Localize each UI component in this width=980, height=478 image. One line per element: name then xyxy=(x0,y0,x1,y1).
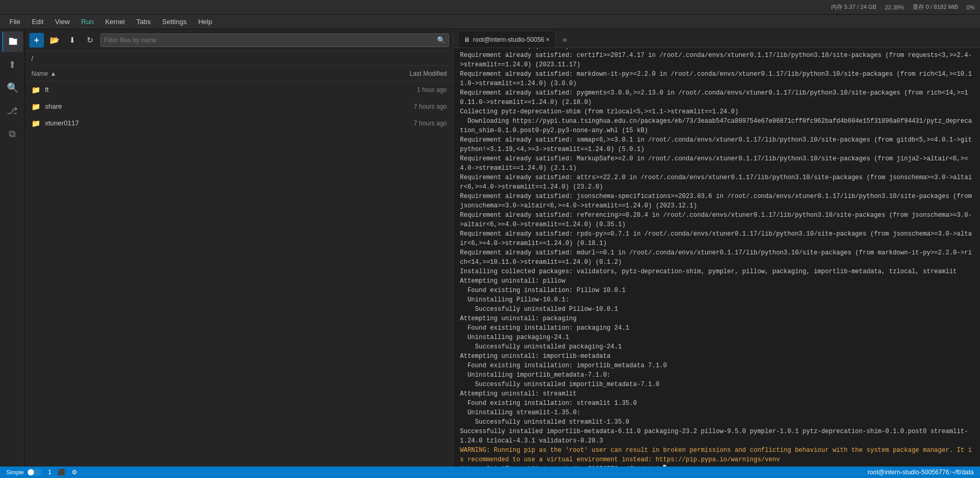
terminal-line: Requirement already satisfied: mdurl~=0.… xyxy=(460,248,974,267)
terminal-line: Requirement already satisfied: smmap<6,>… xyxy=(460,135,974,154)
swap-info: 显存 0 / 8182 MiB xyxy=(913,3,958,11)
sidebar-icon-search[interactable]: 🔍 xyxy=(2,77,23,98)
terminal-line: Collecting pytz-deprecation-shim (from t… xyxy=(460,107,974,116)
terminal-line: Successfully uninstalled Pillow-10.0.1 xyxy=(460,305,974,314)
system-info: 内存 5.37 / 24 GB 22.39% 显存 0 / 8182 MiB 0… xyxy=(831,3,975,11)
terminal-line: Requirement already satisfied: jsonschem… xyxy=(460,192,974,211)
terminal-line: Requirement already satisfied: rpds-py>=… xyxy=(460,229,974,248)
terminal-status-icon: ⬛ xyxy=(57,469,65,476)
new-file-button[interactable]: + xyxy=(29,33,44,48)
add-tab-button[interactable]: + xyxy=(558,33,572,48)
terminal-line: Uninstalling packaging-24.1 xyxy=(460,333,974,342)
file-item-xtuner0117[interactable]: 📁 xtuner0117 7 hours ago xyxy=(25,115,453,132)
file-modified-xtuner0117: 7 hours ago xyxy=(363,120,447,127)
terminal-line: Found existing installation: Pillow 10.0… xyxy=(460,286,974,295)
terminal-line: Requirement already satisfied: referenci… xyxy=(460,211,974,229)
breadcrumb-path: / xyxy=(31,54,33,62)
line-number: 1 xyxy=(48,469,52,476)
right-panel: 🖥 root@intern-studio-50056 × + (from req… xyxy=(454,29,980,478)
file-list-header: Name ▲ Last Modified xyxy=(25,66,453,81)
terminal-line: Requirement already satisfied: markdown-… xyxy=(460,69,974,88)
system-bar: 内存 5.37 / 24 GB 22.39% 显存 0 / 8182 MiB 0… xyxy=(0,0,980,15)
terminal-line: Requirement already satisfied: certifi>=… xyxy=(460,51,974,69)
terminal-content[interactable]: (from requests<3,>=2.4->streamlit==1.24.… xyxy=(454,48,980,478)
memory-info: 内存 5.37 / 24 GB xyxy=(831,3,877,11)
terminal-line: Attempting uninstall: pillow xyxy=(460,276,974,286)
terminal-line: Found existing installation: packaging 2… xyxy=(460,323,974,333)
toggle-track[interactable] xyxy=(27,469,42,476)
sidebar-icon-files[interactable] xyxy=(2,31,23,52)
terminal-line: Requirement already satisfied: pygments<… xyxy=(460,88,974,107)
folder-icon-xtuner0117: 📁 xyxy=(31,119,42,127)
terminal-line: Successfully uninstalled packaging-24.1 xyxy=(460,342,974,352)
terminal-line: Successfully uninstalled streamlit-1.35.… xyxy=(460,417,974,427)
file-item-ft[interactable]: 📁 ft 1 hour ago xyxy=(25,81,453,98)
file-modified-share: 7 hours ago xyxy=(363,103,447,110)
terminal-warning-line: WARNING: Running pip as the 'root' user … xyxy=(460,446,974,464)
simple-toggle[interactable]: Simple xyxy=(6,469,42,476)
main-layout: ⬆ 🔍 ⎇ ⧉ + 📂 ⬇ ↻ 🔍 / Name ▲ Last Mod xyxy=(0,29,980,478)
refresh-button[interactable]: ↻ xyxy=(83,33,97,48)
terminal-line: Attempting uninstall: importlib-metadata xyxy=(460,352,974,361)
terminal-tabs: 🖥 root@intern-studio-50056 × + xyxy=(454,29,980,48)
terminal-tab-main[interactable]: 🖥 root@intern-studio-50056 × xyxy=(458,31,556,48)
terminal-line: Uninstalling Pillow-10.0.1: xyxy=(460,295,974,305)
terminal-line: Uninstalling streamlit-1.35.0: xyxy=(460,408,974,417)
menu-edit[interactable]: Edit xyxy=(27,16,49,27)
status-right: root@intern-studio-50056776:~/ft/data xyxy=(868,469,974,476)
upload-button[interactable]: 📂 xyxy=(47,33,62,48)
menu-view[interactable]: View xyxy=(50,16,75,27)
col-modified-header: Last Modified xyxy=(363,70,447,77)
menu-kernel[interactable]: Kernel xyxy=(100,16,130,27)
tab-title: root@intern-studio-50056 × xyxy=(473,36,550,43)
file-modified-ft: 1 hour ago xyxy=(363,86,447,94)
terminal-line: Successfully installed importlib-metadat… xyxy=(460,427,974,446)
search-icon: 🔍 xyxy=(437,36,445,44)
terminal-line: Successfully uninstalled importlib_metad… xyxy=(460,380,974,389)
sidebar-icon-upload[interactable]: ⬆ xyxy=(2,54,23,75)
status-path: root@intern-studio-50056776:~/ft/data xyxy=(868,469,974,476)
swap-pct: 0% xyxy=(966,4,975,10)
simple-label: Simple xyxy=(6,469,24,475)
download-button[interactable]: ⬇ xyxy=(65,33,79,48)
terminal-line: Found existing installation: streamlit 1… xyxy=(460,399,974,408)
menu-run[interactable]: Run xyxy=(76,16,99,27)
file-toolbar: + 📂 ⬇ ↻ 🔍 xyxy=(25,29,453,51)
file-name-xtuner0117: xtuner0117 xyxy=(45,119,363,127)
folder-icon-share: 📁 xyxy=(31,102,42,111)
menu-settings[interactable]: Settings xyxy=(157,16,192,27)
menu-tabs[interactable]: Tabs xyxy=(131,16,156,27)
terminal-line: Downloading https://pypi.tuna.tsinghua.e… xyxy=(460,116,974,135)
sort-icon: ▲ xyxy=(50,70,56,77)
terminal-line: Found existing installation: importlib_m… xyxy=(460,361,974,370)
menu-bar: File Edit View Run Kernel Tabs Settings … xyxy=(0,15,980,29)
sidebar-icon-extensions[interactable]: ⧉ xyxy=(2,123,23,144)
col-name-header[interactable]: Name ▲ xyxy=(31,70,363,77)
terminal-line: Requirement already satisfied: attrs>=22… xyxy=(460,173,974,192)
menu-file[interactable]: File xyxy=(4,16,26,27)
menu-help[interactable]: Help xyxy=(193,16,217,27)
terminal-line: Attempting uninstall: streamlit xyxy=(460,389,974,399)
terminal-output: (from requests<3,>=2.4->streamlit==1.24.… xyxy=(460,48,974,474)
file-list: 📁 ft 1 hour ago 📁 share 7 hours ago 📁 xt… xyxy=(25,81,453,478)
terminal-line: Installing collected packages: validator… xyxy=(460,267,974,276)
search-box[interactable]: 🔍 xyxy=(100,33,449,47)
search-input[interactable] xyxy=(104,37,435,44)
toggle-thumb xyxy=(28,469,34,475)
terminal-line: Attempting uninstall: packaging xyxy=(460,314,974,323)
file-name-ft: ft xyxy=(45,86,363,94)
sidebar-icon-git[interactable]: ⎇ xyxy=(2,100,23,121)
folder-icon-ft: 📁 xyxy=(31,86,42,94)
status-bar: Simple 1 ⬛ ⚙ root@intern-studio-50056776… xyxy=(0,467,980,478)
status-left: Simple 1 ⬛ ⚙ xyxy=(6,469,77,476)
file-name-share: share xyxy=(45,102,363,110)
terminal-line: Requirement already satisfied: MarkupSaf… xyxy=(460,154,974,173)
breadcrumb: / xyxy=(25,51,453,66)
sidebar-icons: ⬆ 🔍 ⎇ ⧉ xyxy=(0,29,25,478)
settings-status-icon: ⚙ xyxy=(72,469,77,476)
file-explorer: + 📂 ⬇ ↻ 🔍 / Name ▲ Last Modified 📁 xyxy=(25,29,454,478)
memory-pct: 22.39% xyxy=(885,4,904,10)
tab-icon: 🖥 xyxy=(464,36,470,43)
file-item-share[interactable]: 📁 share 7 hours ago xyxy=(25,98,453,115)
terminal-line: Uninstalling importlib_metadata-7.1.0: xyxy=(460,370,974,380)
